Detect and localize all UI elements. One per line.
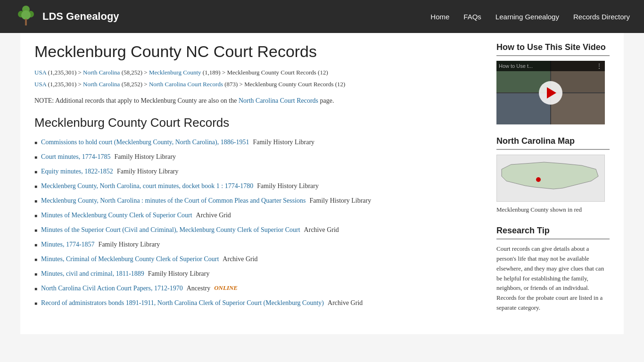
svg-point-3 (21, 10, 31, 20)
record-item-7: Minutes, 1774-1857 Family History Librar… (34, 239, 482, 249)
svg-point-6 (536, 177, 541, 182)
play-icon (547, 87, 556, 99)
nav-home[interactable]: Home (430, 13, 449, 21)
record-source-4: Family History Library (310, 196, 372, 206)
records-list: Commissions to hold court (Mecklenburg C… (34, 137, 482, 308)
record-item-2: Equity minutes, 1822-1852 Family History… (34, 166, 482, 176)
logo-area[interactable]: LDS Genealogy (14, 5, 119, 28)
record-source-2: Family History Library (117, 166, 179, 176)
logo-icon (14, 5, 38, 28)
record-link-0[interactable]: Commissions to hold court (Mecklenburg C… (41, 137, 249, 147)
record-source-8: Archive Grid (223, 254, 257, 264)
section-title: Mecklenburg County Court Records (34, 115, 482, 130)
sidebar: How to Use This Site Video How to Use t.… (496, 42, 610, 325)
record-link-5[interactable]: Minutes of Mecklenburg County Clerk of S… (41, 210, 192, 220)
nav-records-dir[interactable]: Records Directory (573, 13, 630, 21)
record-link-7[interactable]: Minutes, 1774-1857 (41, 239, 95, 249)
record-link-4[interactable]: Mecklenburg County, North Carolina : min… (41, 196, 305, 206)
record-item-3: Mecklenberg County, North Carolina, cour… (34, 181, 482, 191)
record-source-11: Archive Grid (328, 298, 363, 308)
record-source-6: Archive Grid (304, 225, 339, 235)
record-item-1: Court minutes, 1774-1785 Family History … (34, 152, 482, 162)
map-section: North Carolina Map Mecklenburg County sh… (496, 136, 610, 214)
breadcrumb-1: USA (1,235,301) > North Carolina (58,252… (34, 68, 482, 77)
record-item-8: Minutes, Criminal of Mecklenburg County … (34, 254, 482, 264)
video-section: How to Use This Site Video How to Use t.… (496, 42, 610, 124)
map-section-title: North Carolina Map (496, 136, 610, 150)
breadcrumb-meck-1[interactable]: Mecklenburg County (149, 69, 201, 76)
play-button[interactable] (539, 81, 562, 105)
record-link-9[interactable]: Minutes, civil and criminal, 1811-1889 (41, 269, 144, 279)
record-link-8[interactable]: Minutes, Criminal of Mecklenburg County … (41, 254, 219, 264)
svg-marker-5 (502, 162, 598, 189)
breadcrumb-usa-1[interactable]: USA (34, 69, 46, 76)
record-source-9: Family History Library (148, 269, 210, 279)
note-text: NOTE: Additional records that apply to M… (34, 96, 482, 106)
record-item-4: Mecklenburg County, North Carolina : min… (34, 196, 482, 206)
video-thumbnail[interactable]: How to Use t... ⋮ (496, 61, 605, 124)
record-link-6[interactable]: Minutes of the Superior Court (Civil and… (41, 225, 300, 235)
research-tip-section: Research Tip Court records can give deta… (496, 226, 610, 313)
breadcrumb-nc-court[interactable]: North Carolina Court Records (149, 81, 223, 88)
research-tip-text: Court records can give details about a p… (496, 244, 610, 313)
record-source-3: Family History Library (257, 181, 319, 191)
breadcrumb-nc-1[interactable]: North Carolina (83, 69, 120, 76)
record-link-2[interactable]: Equity minutes, 1822-1852 (41, 166, 113, 176)
record-source-0: Family History Library (253, 137, 314, 147)
record-source-7: Family History Library (99, 239, 160, 249)
breadcrumb-2: USA (1,235,301) > North Carolina (58,252… (34, 80, 482, 89)
page-title: Mecklenburg County NC Court Records (34, 42, 482, 61)
research-tip-title: Research Tip (496, 226, 610, 239)
nav-learning[interactable]: Learning Genealogy (495, 13, 559, 21)
record-item-10: North Carolina Civil Action Court Papers… (34, 283, 482, 293)
record-source-10: Ancestry (187, 283, 211, 293)
record-item-5: Minutes of Mecklenburg County Clerk of S… (34, 210, 482, 220)
record-source-5: Archive Grid (196, 210, 231, 220)
breadcrumb-nc-2[interactable]: North Carolina (83, 81, 120, 88)
map-caption: Mecklenburg County shown in red (496, 206, 610, 214)
main-wrapper: Mecklenburg County NC Court Records USA … (20, 33, 624, 334)
breadcrumb-usa-2[interactable]: USA (34, 81, 46, 88)
record-source-1: Family History Library (114, 152, 176, 162)
video-section-title: How to Use This Site Video (496, 42, 610, 56)
logo-text: LDS Genealogy (42, 10, 119, 23)
site-header: LDS Genealogy Home FAQs Learning Genealo… (0, 0, 644, 33)
record-link-1[interactable]: Court minutes, 1774-1785 (41, 152, 110, 162)
record-item-9: Minutes, civil and criminal, 1811-1889 F… (34, 269, 482, 279)
nc-court-records-link[interactable]: North Carolina Court Records (239, 97, 318, 104)
record-link-11[interactable]: Record of administrators bonds 1891-1911… (41, 298, 324, 308)
record-item-11: Record of administrators bonds 1891-1911… (34, 298, 482, 308)
record-link-3[interactable]: Mecklenberg County, North Carolina, cour… (41, 181, 253, 191)
main-nav: Home FAQs Learning Genealogy Records Dir… (430, 13, 630, 21)
nc-map-svg (497, 155, 605, 202)
main-content: Mecklenburg County NC Court Records USA … (34, 42, 482, 325)
online-badge-10: ONLINE (214, 283, 238, 293)
record-link-10[interactable]: North Carolina Civil Action Court Papers… (41, 283, 183, 293)
svg-rect-4 (25, 19, 27, 25)
video-overlay[interactable] (496, 61, 605, 124)
nav-faqs[interactable]: FAQs (463, 13, 481, 21)
record-item-0: Commissions to hold court (Mecklenburg C… (34, 137, 482, 147)
nc-map (496, 155, 605, 202)
record-item-6: Minutes of the Superior Court (Civil and… (34, 225, 482, 235)
